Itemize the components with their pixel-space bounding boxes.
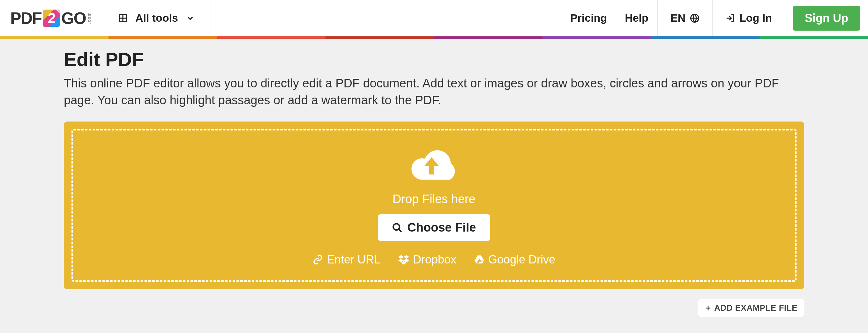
dropbox-icon: [398, 254, 409, 265]
search-icon: [392, 222, 403, 233]
logo[interactable]: PDF 2 GO .com: [0, 0, 102, 36]
drop-text: Drop Files here: [393, 192, 475, 206]
cloud-upload-icon: [402, 142, 466, 190]
google-drive-icon: [474, 255, 485, 265]
link-icon: [313, 255, 323, 265]
svg-point-6: [394, 224, 400, 230]
signup-button[interactable]: Sign Up: [793, 6, 860, 31]
logo-text-go: GO: [61, 9, 86, 28]
file-dropzone[interactable]: Drop Files here Choose File Enter URL: [64, 122, 804, 289]
logo-icon: 2: [43, 9, 60, 27]
svg-line-7: [399, 229, 402, 232]
enter-url-option[interactable]: Enter URL: [313, 253, 380, 266]
login-icon: [725, 13, 735, 23]
grid-icon: [118, 13, 128, 23]
google-drive-option[interactable]: Google Drive: [474, 253, 555, 266]
source-options: Enter URL Dropbox Google Drive: [313, 253, 555, 266]
rainbow-stripe: [0, 36, 868, 39]
site-header: PDF 2 GO .com All tools Pricing Help EN: [0, 0, 868, 36]
globe-icon: [690, 13, 700, 23]
plus-icon: [705, 305, 712, 312]
login-button[interactable]: Log In: [713, 0, 785, 36]
logo-text-pdf: PDF: [10, 9, 41, 28]
main-content: Edit PDF This online PDF editor allows y…: [38, 39, 830, 317]
page-title: Edit PDF: [64, 48, 804, 70]
logo-text-com: .com: [87, 12, 92, 24]
language-label: EN: [671, 12, 685, 24]
all-tools-label: All tools: [135, 12, 178, 24]
dropbox-option[interactable]: Dropbox: [398, 253, 456, 266]
language-selector[interactable]: EN: [657, 0, 713, 36]
choose-file-button[interactable]: Choose File: [378, 214, 490, 241]
all-tools-menu[interactable]: All tools: [102, 0, 211, 36]
nav-help[interactable]: Help: [616, 0, 657, 36]
login-label: Log In: [739, 12, 772, 24]
nav-pricing[interactable]: Pricing: [561, 0, 616, 36]
add-example-file-button[interactable]: ADD EXAMPLE FILE: [698, 299, 804, 317]
chevron-down-icon: [186, 14, 195, 23]
page-subtitle: This online PDF editor allows you to dir…: [64, 75, 804, 109]
